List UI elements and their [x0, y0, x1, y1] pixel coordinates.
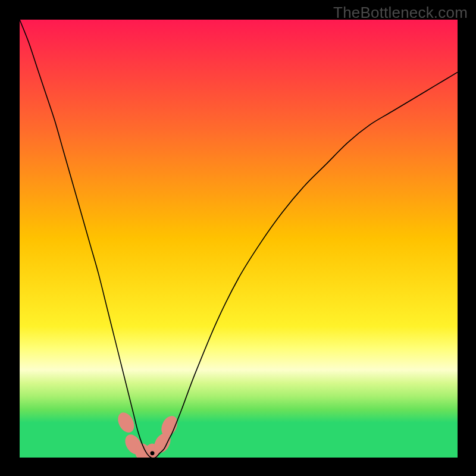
- minimum-point: [151, 451, 155, 455]
- chart-background: [20, 20, 458, 458]
- watermark-text: TheBottleneck.com: [333, 4, 468, 22]
- bottleneck-chart: [20, 20, 458, 458]
- chart-frame: TheBottleneck.com: [0, 0, 476, 476]
